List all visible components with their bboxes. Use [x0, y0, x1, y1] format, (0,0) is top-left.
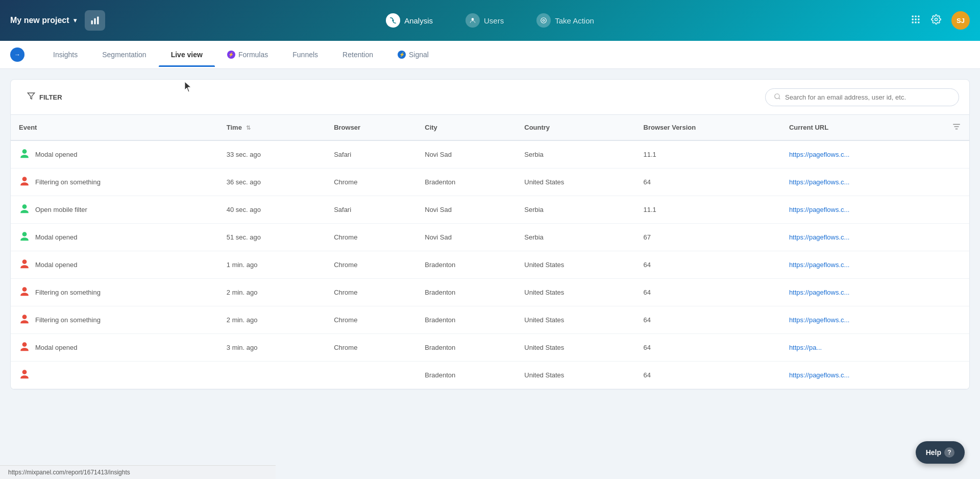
browser-cell: Safari [326, 140, 416, 169]
svg-point-18 [775, 93, 779, 98]
event-name: Modal opened [35, 151, 77, 158]
time-cell: 36 sec. ago [218, 169, 326, 196]
tab-funnels[interactable]: Funnels [280, 42, 330, 67]
country-cell: United States [516, 279, 635, 306]
url-cell[interactable]: https://pageflows.c... [781, 140, 944, 169]
help-button[interactable]: Help ? [916, 441, 965, 464]
url-cell[interactable]: https://pa... [781, 334, 944, 362]
browser-version-cell: 64 [635, 279, 781, 306]
col-country: Country [516, 115, 635, 140]
table-row[interactable]: Filtering on something 2 min. ago Chrome… [11, 306, 969, 334]
country-cell: Serbia [516, 140, 635, 169]
gear-icon[interactable] [931, 14, 941, 27]
table-row[interactable]: Modal opened 51 sec. ago Chrome Novi Sad… [11, 224, 969, 251]
collapse-button[interactable]: → [10, 47, 24, 62]
bar-chart-icon[interactable] [85, 10, 105, 31]
event-cell: Modal opened [11, 251, 218, 279]
table-row[interactable]: Open mobile filter 40 sec. ago Safari No… [11, 196, 969, 224]
subnav: → Insights Segmentation Live view ⚡ Form… [0, 41, 980, 69]
browser-cell: Safari [326, 196, 416, 224]
search-icon [774, 93, 781, 102]
chevron-down-icon: ▾ [74, 17, 77, 24]
columns-settings-icon[interactable] [952, 125, 961, 133]
user-avatar-icon [19, 203, 30, 216]
url-cell[interactable]: https://pageflows.c... [781, 279, 944, 306]
tab-retention[interactable]: Retention [330, 42, 385, 67]
table-row[interactable]: Filtering on something 36 sec. ago Chrom… [11, 169, 969, 196]
nav-takeaction[interactable]: Take Action [530, 9, 600, 32]
svg-point-6 [543, 19, 545, 21]
url-cell[interactable]: https://pageflows.c... [781, 251, 944, 279]
city-cell: Bradenton [416, 334, 516, 362]
country-cell: Serbia [516, 224, 635, 251]
svg-rect-14 [915, 21, 916, 23]
url-cell[interactable]: https://pageflows.c... [781, 362, 944, 389]
event-cell [11, 362, 218, 389]
tab-signal[interactable]: ⚡ Signal [385, 42, 441, 67]
time-cell: 2 min. ago [218, 279, 326, 306]
country-cell: Serbia [516, 196, 635, 224]
nav-analysis[interactable]: Analysis [380, 9, 439, 32]
svg-rect-11 [915, 18, 916, 20]
grid-icon[interactable] [911, 14, 921, 27]
event-name: Filtering on something [35, 316, 101, 324]
browser-cell: Chrome [326, 334, 416, 362]
event-cell: Modal opened [11, 334, 218, 362]
col-settings[interactable] [944, 115, 969, 140]
event-cell: Modal opened [11, 224, 218, 251]
filter-button[interactable]: FILTER [21, 88, 68, 106]
user-avatar-icon [19, 314, 30, 326]
browser-cell: Chrome [326, 306, 416, 334]
user-avatar-icon [19, 341, 30, 354]
tab-segmentation[interactable]: Segmentation [90, 42, 158, 67]
user-avatar-icon [19, 176, 30, 188]
table-row[interactable]: Bradenton United States 64 https://pagef… [11, 362, 969, 389]
svg-rect-9 [918, 15, 919, 17]
search-box[interactable] [765, 88, 959, 106]
avatar[interactable]: SJ [951, 11, 970, 30]
time-cell: 51 sec. ago [218, 224, 326, 251]
takeaction-icon [536, 13, 551, 28]
sort-icon: ⇅ [246, 125, 251, 131]
time-cell: 3 min. ago [218, 334, 326, 362]
table-header-row: Event Time ⇅ Browser City Country [11, 115, 969, 140]
data-table: Event Time ⇅ Browser City Country [10, 115, 970, 390]
svg-rect-12 [918, 18, 919, 20]
table-row[interactable]: Modal opened 3 min. ago Chrome Bradenton… [11, 334, 969, 362]
row-action [944, 279, 969, 306]
users-icon [465, 13, 480, 28]
table-row[interactable]: Filtering on something 2 min. ago Chrome… [11, 279, 969, 306]
col-browser: Browser [326, 115, 416, 140]
url-cell[interactable]: https://pageflows.c... [781, 224, 944, 251]
event-name: Modal opened [35, 261, 77, 269]
browser-cell [326, 362, 416, 389]
svg-rect-1 [94, 18, 95, 25]
header: My new project ▾ Analysis [0, 0, 980, 41]
tab-insights[interactable]: Insights [41, 42, 90, 67]
col-time[interactable]: Time ⇅ [218, 115, 326, 140]
svg-rect-15 [918, 21, 919, 23]
nav-users[interactable]: Users [459, 9, 510, 32]
tab-formulas[interactable]: ⚡ Formulas [215, 42, 280, 67]
tab-liveview[interactable]: Live view [159, 42, 215, 67]
event-cell: Filtering on something [11, 306, 218, 334]
table-row[interactable]: Modal opened 33 sec. ago Safari Novi Sad… [11, 140, 969, 169]
time-cell: 40 sec. ago [218, 196, 326, 224]
search-input[interactable] [785, 93, 950, 101]
formulas-badge: ⚡ [227, 51, 235, 59]
col-city: City [416, 115, 516, 140]
url-cell[interactable]: https://pageflows.c... [781, 306, 944, 334]
user-avatar-icon [19, 258, 30, 271]
browser-version-cell: 64 [635, 251, 781, 279]
header-right: SJ [868, 11, 970, 30]
analysis-icon [386, 13, 400, 28]
project-name[interactable]: My new project ▾ [10, 16, 77, 25]
url-cell[interactable]: https://pageflows.c... [781, 196, 944, 224]
browser-version-cell: 64 [635, 169, 781, 196]
col-current-url: Current URL [781, 115, 944, 140]
svg-point-16 [935, 18, 938, 20]
url-cell[interactable]: https://pageflows.c... [781, 169, 944, 196]
row-action [944, 224, 969, 251]
table-row[interactable]: Modal opened 1 min. ago Chrome Bradenton… [11, 251, 969, 279]
col-browser-version: Browser Version [635, 115, 781, 140]
